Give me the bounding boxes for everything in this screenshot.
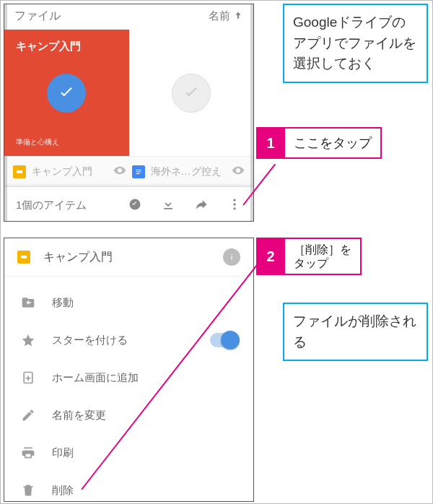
file-actions-menu: 移動 スターを付ける ホーム画面に追加 名前を変更 印刷 bbox=[4, 277, 253, 502]
add-to-home-icon bbox=[20, 370, 36, 385]
menu-item-star[interactable]: スターを付ける bbox=[4, 321, 253, 359]
slide-subtitle: 準備と心構え bbox=[16, 137, 59, 147]
screenshot-panel-1: ファイル 名前 キャンプ入門 準備と心構え キャンプ入門 bbox=[4, 4, 254, 222]
annotation-step-2: 2 ［削除］を タップ bbox=[256, 238, 362, 275]
print-icon bbox=[20, 446, 36, 460]
file-details-header: キャンプ入門 bbox=[4, 238, 253, 276]
svg-rect-8 bbox=[21, 256, 27, 258]
slide-title: キャンプ入門 bbox=[16, 40, 81, 53]
menu-label: スターを付ける bbox=[52, 334, 128, 347]
svg-rect-1 bbox=[136, 170, 141, 170]
menu-label: 削除 bbox=[52, 484, 74, 498]
sort-label: 名前 bbox=[209, 9, 230, 23]
header-tab-file[interactable]: ファイル bbox=[14, 9, 61, 24]
share-icon[interactable] bbox=[194, 197, 209, 214]
svg-rect-3 bbox=[136, 173, 139, 174]
file-name-left: キャンプ入門 bbox=[32, 165, 92, 178]
selection-count: 1個のアイテム bbox=[16, 199, 87, 212]
annotation-result-text: ファイルが削除される bbox=[293, 313, 416, 349]
menu-label: ホーム画面に追加 bbox=[52, 371, 139, 385]
svg-point-5 bbox=[233, 199, 235, 201]
menu-label: 移動 bbox=[52, 296, 74, 310]
menu-label: 名前を変更 bbox=[52, 409, 106, 422]
slides-icon bbox=[13, 165, 26, 178]
file-entry-right[interactable]: 海外ネ…グ控え bbox=[132, 164, 245, 179]
check-outline-icon bbox=[172, 74, 211, 113]
screenshot-panel-2: キャンプ入門 移動 スターを付ける ホーム画面に追加 bbox=[4, 238, 254, 502]
menu-item-print[interactable]: 印刷 bbox=[4, 434, 253, 472]
offline-icon[interactable] bbox=[128, 197, 142, 214]
svg-rect-10 bbox=[231, 255, 232, 256]
drive-header: ファイル 名前 bbox=[4, 4, 253, 30]
slides-icon bbox=[17, 251, 30, 264]
more-vert-icon[interactable] bbox=[227, 197, 242, 214]
eye-icon[interactable] bbox=[113, 164, 126, 179]
file-name-row: キャンプ入門 海外ネ…グ控え bbox=[4, 156, 253, 186]
step-text: ［削除］を タップ bbox=[285, 238, 362, 275]
menu-item-delete[interactable]: 削除 bbox=[4, 472, 253, 502]
eye-icon[interactable] bbox=[232, 164, 245, 179]
step-text-line1: ［削除］を bbox=[294, 243, 351, 256]
selection-action-bar: 1個のアイテム bbox=[4, 186, 253, 222]
check-icon bbox=[47, 74, 86, 113]
annotation-step-1: 1 ここをタップ bbox=[256, 127, 382, 159]
annotation-intro: Googleドライブのアプリでファイルを選択しておく bbox=[283, 4, 428, 83]
trash-icon bbox=[20, 483, 36, 498]
step-number: 2 bbox=[256, 238, 285, 275]
pencil-icon bbox=[20, 408, 36, 422]
sort-control[interactable]: 名前 bbox=[209, 9, 243, 23]
annotation-intro-text: Googleドライブのアプリでファイルを選択しておく bbox=[293, 14, 416, 71]
folder-move-icon bbox=[20, 295, 36, 310]
annotation-result: ファイルが削除される bbox=[283, 303, 428, 361]
star-toggle[interactable] bbox=[210, 333, 237, 347]
docs-icon bbox=[132, 165, 145, 178]
menu-label: 印刷 bbox=[52, 446, 74, 460]
step-number: 1 bbox=[256, 127, 285, 159]
download-icon[interactable] bbox=[161, 197, 175, 214]
file-name-right: 海外ネ…グ控え bbox=[151, 165, 222, 178]
step-text-line2: タップ bbox=[294, 256, 328, 270]
file-entry-left[interactable]: キャンプ入門 bbox=[13, 164, 126, 179]
svg-point-7 bbox=[233, 207, 235, 209]
thumbnail-unselected[interactable] bbox=[129, 30, 254, 156]
svg-point-6 bbox=[233, 203, 235, 205]
thumbnail-row: キャンプ入門 準備と心構え bbox=[4, 30, 253, 156]
info-icon[interactable] bbox=[223, 248, 240, 266]
step-text: ここをタップ bbox=[285, 127, 382, 159]
arrow-up-icon bbox=[233, 10, 243, 22]
menu-item-add-home[interactable]: ホーム画面に追加 bbox=[4, 359, 253, 396]
star-icon bbox=[20, 333, 36, 347]
svg-rect-9 bbox=[231, 256, 232, 260]
svg-rect-2 bbox=[136, 171, 141, 172]
svg-rect-0 bbox=[17, 170, 22, 173]
svg-point-4 bbox=[130, 199, 141, 210]
thumbnail-selected[interactable]: キャンプ入門 準備と心構え bbox=[4, 30, 129, 156]
file-details-title: キャンプ入門 bbox=[43, 250, 113, 265]
